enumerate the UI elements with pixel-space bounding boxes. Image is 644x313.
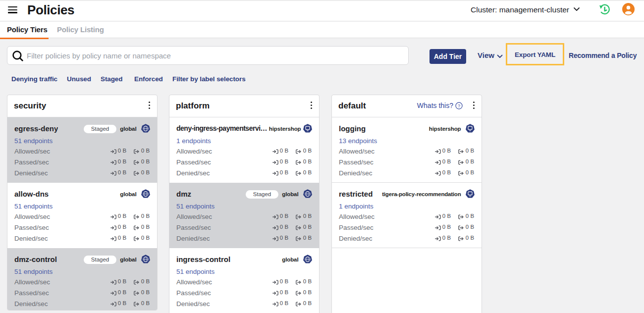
svg-text:?: ? (458, 104, 460, 108)
